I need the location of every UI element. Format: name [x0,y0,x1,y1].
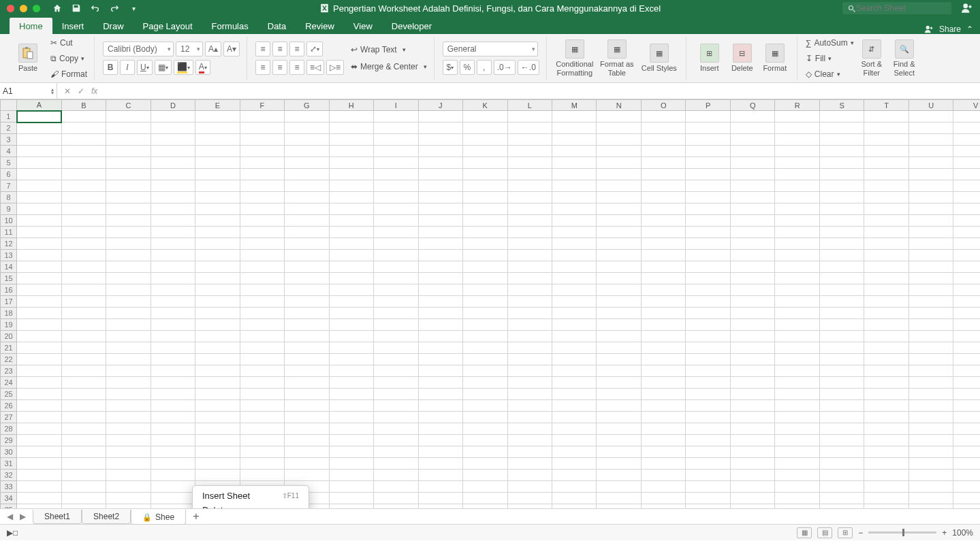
cell-N21[interactable] [597,342,641,354]
cell-H26[interactable] [329,400,373,412]
cell-B4[interactable] [61,146,106,157]
cell-Q14[interactable] [730,261,774,273]
cell-V17[interactable] [953,296,980,308]
cell-D8[interactable] [151,192,195,203]
cell-K22[interactable] [463,354,507,365]
cell-M20[interactable] [552,331,596,342]
cell-M16[interactable] [552,284,596,296]
cell-N5[interactable] [597,157,641,169]
page-break-view-button[interactable]: ⊞ [838,527,853,538]
row-header-7[interactable]: 7 [1,180,17,192]
cell-V15[interactable] [953,273,980,284]
cell-S26[interactable] [819,400,864,412]
cell-T11[interactable] [864,227,908,238]
cell-E23[interactable] [195,365,240,377]
cell-C5[interactable] [106,157,151,169]
cell-U24[interactable] [908,377,953,389]
cell-L35[interactable] [507,504,552,509]
cell-R24[interactable] [775,377,819,389]
cell-H24[interactable] [329,377,373,389]
cell-I12[interactable] [374,238,418,250]
col-header-K[interactable]: K [463,100,507,111]
cell-S33[interactable] [819,481,864,493]
cell-J13[interactable] [418,250,462,261]
cell-M32[interactable] [552,470,596,481]
cell-U28[interactable] [908,423,953,435]
cell-J7[interactable] [418,180,462,192]
cell-R1[interactable] [775,111,819,122]
cell-V18[interactable] [953,308,980,319]
cell-L10[interactable] [507,215,552,227]
cell-H7[interactable] [329,180,373,192]
cell-R29[interactable] [775,435,819,446]
cell-M12[interactable] [552,238,596,250]
cell-N7[interactable] [597,180,641,192]
cell-L1[interactable] [507,111,552,122]
sheet-nav-next[interactable]: ▶ [17,512,29,521]
maximize-window-button[interactable] [33,5,40,12]
col-header-D[interactable]: D [151,100,195,111]
cell-R4[interactable] [775,146,819,157]
cell-C27[interactable] [106,412,151,423]
cell-A35[interactable] [17,504,61,509]
cell-E1[interactable] [195,111,240,122]
cell-M28[interactable] [552,423,596,435]
cell-L23[interactable] [507,365,552,377]
cell-G4[interactable] [285,146,329,157]
cell-N6[interactable] [597,169,641,180]
cell-H23[interactable] [329,365,373,377]
cell-K30[interactable] [463,446,507,458]
cell-R3[interactable] [775,134,819,146]
cell-E25[interactable] [195,389,240,400]
cell-R8[interactable] [775,192,819,203]
cell-B22[interactable] [61,354,106,365]
redo-icon[interactable] [110,3,119,13]
font-color-button[interactable]: A▾ [195,60,210,75]
cell-F30[interactable] [240,446,284,458]
cell-E4[interactable] [195,146,240,157]
cell-D28[interactable] [151,423,195,435]
cell-M5[interactable] [552,157,596,169]
cell-O3[interactable] [641,134,685,146]
cell-S32[interactable] [819,470,864,481]
cell-S6[interactable] [819,169,864,180]
close-window-button[interactable] [7,5,14,12]
cell-C12[interactable] [106,238,151,250]
cell-V11[interactable] [953,227,980,238]
cell-I29[interactable] [374,435,418,446]
cell-R7[interactable] [775,180,819,192]
cell-G24[interactable] [285,377,329,389]
cell-Q5[interactable] [730,157,774,169]
row-header-32[interactable]: 32 [1,470,17,481]
cell-L7[interactable] [507,180,552,192]
cell-R28[interactable] [775,423,819,435]
cell-B11[interactable] [61,227,106,238]
row-header-35[interactable]: 35 [1,504,17,509]
cell-E24[interactable] [195,377,240,389]
cell-P5[interactable] [686,157,730,169]
cell-T5[interactable] [864,157,908,169]
cell-I19[interactable] [374,319,418,331]
cell-D14[interactable] [151,261,195,273]
cell-G11[interactable] [285,227,329,238]
cell-A17[interactable] [17,296,61,308]
cell-H19[interactable] [329,319,373,331]
cell-H6[interactable] [329,169,373,180]
align-right-button[interactable]: ≡ [289,60,304,75]
cell-T6[interactable] [864,169,908,180]
cell-G30[interactable] [285,446,329,458]
cell-J11[interactable] [418,227,462,238]
cell-Q1[interactable] [730,111,774,122]
cell-Q17[interactable] [730,296,774,308]
bold-button[interactable]: B [103,60,118,75]
cell-Q33[interactable] [730,481,774,493]
cell-B26[interactable] [61,400,106,412]
cell-R18[interactable] [775,308,819,319]
cell-R22[interactable] [775,354,819,365]
cell-A26[interactable] [17,400,61,412]
cell-I21[interactable] [374,342,418,354]
cell-R12[interactable] [775,238,819,250]
cell-P30[interactable] [686,446,730,458]
cell-A28[interactable] [17,423,61,435]
increase-decimal-button[interactable]: .0→ [494,60,516,75]
